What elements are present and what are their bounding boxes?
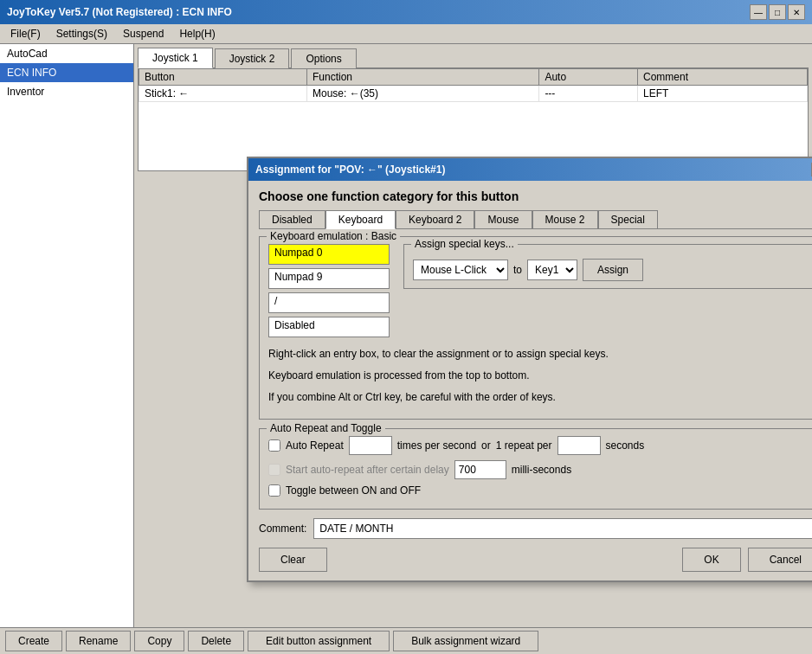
modal-right-buttons: OK Cancel bbox=[682, 548, 812, 572]
comment-input[interactable] bbox=[313, 518, 812, 539]
close-button[interactable]: ✕ bbox=[788, 4, 805, 20]
sidebar-item-ecninfo[interactable]: ECN INFO bbox=[0, 63, 133, 82]
assign-special-group: Assign special keys... Mouse L-Click Mou… bbox=[403, 244, 812, 289]
times-per-second-label: times per second bbox=[397, 439, 476, 452]
assign-from-select[interactable]: Mouse L-Click Mouse R-Click Mouse M-Clic… bbox=[413, 260, 508, 280]
cell-comment: LEFT bbox=[637, 86, 807, 102]
comment-row: Comment: bbox=[259, 518, 812, 539]
start-delay-label: Start auto-repeat after certain delay bbox=[286, 464, 449, 476]
modal-title-bar: Assignment for "POV: ←" (Joystick#1) ✕ bbox=[248, 158, 812, 181]
start-delay-row: Start auto-repeat after certain delay mi… bbox=[268, 460, 812, 479]
or-label: or bbox=[481, 439, 491, 452]
seconds-label: seconds bbox=[606, 439, 645, 452]
app-title: JoyToKey Ver5.7 (Not Registered) : ECN I… bbox=[7, 6, 232, 18]
main-layout: AutoCad ECN INFO Inventor Joystick 1 Joy… bbox=[0, 44, 812, 627]
assign-to-select[interactable]: Key1 Key2 Key3 bbox=[527, 260, 577, 280]
sidebar-item-inventor[interactable]: Inventor bbox=[0, 82, 133, 101]
start-delay-checkbox[interactable] bbox=[268, 464, 280, 476]
menu-suspend[interactable]: Suspend bbox=[116, 26, 171, 42]
kb-group-label: Keyboard emulation : Basic bbox=[267, 230, 400, 242]
menu-help[interactable]: Help(H) bbox=[172, 26, 222, 42]
cell-function: Mouse: ←(35) bbox=[307, 86, 539, 102]
info-line-1: Right-click an entry box, to clear the a… bbox=[268, 346, 812, 362]
minimize-button[interactable]: — bbox=[750, 4, 767, 20]
cell-auto: --- bbox=[539, 86, 638, 102]
bulk-wizard-button[interactable]: Bulk assignment wizard bbox=[393, 631, 538, 651]
tab-keyboard2[interactable]: Keyboard 2 bbox=[396, 210, 474, 228]
toggle-checkbox[interactable] bbox=[268, 484, 280, 497]
tab-keyboard[interactable]: Keyboard bbox=[325, 210, 396, 229]
info-line-2: Keyboard emulation is processed from the… bbox=[268, 368, 812, 384]
toggle-row: Toggle between ON and OFF bbox=[268, 484, 812, 497]
tab-mouse[interactable]: Mouse bbox=[474, 210, 532, 228]
title-bar: JoyToKey Ver5.7 (Not Registered) : ECN I… bbox=[0, 0, 812, 24]
content-area: Joystick 1 Joystick 2 Options Button Fun… bbox=[134, 44, 812, 627]
col-function: Function bbox=[307, 69, 539, 86]
menu-file[interactable]: File(F) bbox=[3, 26, 48, 42]
modal-title: Assignment for "POV: ←" (Joystick#1) bbox=[255, 164, 445, 176]
ok-button[interactable]: OK bbox=[682, 548, 740, 572]
delete-button[interactable]: Delete bbox=[188, 631, 244, 651]
kb-emul-layout: Numpad 0 Numpad 9 / Disabled Assign spec… bbox=[268, 244, 812, 337]
modal-body: Choose one function category for this bu… bbox=[248, 181, 812, 580]
auto-repeat-row: Auto Repeat times per second or 1 repeat… bbox=[268, 436, 812, 455]
title-bar-controls: — □ ✕ bbox=[750, 4, 805, 20]
clear-button[interactable]: Clear bbox=[259, 548, 327, 572]
modal-heading: Choose one function category for this bu… bbox=[259, 189, 812, 203]
kb-entry-1[interactable]: Numpad 9 bbox=[268, 268, 390, 289]
cancel-button[interactable]: Cancel bbox=[748, 548, 812, 572]
joystick-tab-bar: Joystick 1 Joystick 2 Options bbox=[138, 48, 809, 68]
col-button: Button bbox=[139, 69, 307, 86]
create-button[interactable]: Create bbox=[5, 631, 62, 651]
auto-repeat-label: Auto Repeat bbox=[286, 439, 344, 452]
maximize-button[interactable]: □ bbox=[769, 4, 786, 20]
kb-entry-2[interactable]: / bbox=[268, 292, 390, 313]
auto-repeat-checkbox[interactable] bbox=[268, 439, 280, 452]
sidebar-item-autocad[interactable]: AutoCad bbox=[0, 44, 133, 63]
sidebar: AutoCad ECN INFO Inventor bbox=[0, 44, 134, 627]
kb-entry-3[interactable]: Disabled bbox=[268, 317, 390, 337]
copy-button[interactable]: Copy bbox=[134, 631, 184, 651]
col-comment: Comment bbox=[637, 69, 807, 86]
milli-input[interactable] bbox=[454, 460, 506, 479]
tab-options[interactable]: Options bbox=[291, 48, 356, 68]
to-label: to bbox=[513, 264, 522, 276]
assignment-modal: Assignment for "POV: ←" (Joystick#1) ✕ C… bbox=[247, 157, 812, 582]
assign-row: Mouse L-Click Mouse R-Click Mouse M-Clic… bbox=[413, 259, 804, 281]
col-auto: Auto bbox=[539, 69, 638, 86]
seconds-input[interactable] bbox=[557, 436, 601, 455]
modal-actions: Clear OK Cancel bbox=[259, 548, 812, 572]
milli-label: milli-seconds bbox=[512, 464, 571, 476]
info-line-3: If you combine Alt or Ctrl key, be caref… bbox=[268, 389, 812, 406]
auto-repeat-group: Auto Repeat and Toggle Auto Repeat times… bbox=[259, 428, 812, 510]
repeat-per-label: 1 repeat per bbox=[496, 439, 552, 452]
rename-button[interactable]: Rename bbox=[66, 631, 131, 651]
tab-mouse2[interactable]: Mouse 2 bbox=[532, 210, 598, 228]
bottom-toolbar: Create Rename Copy Delete Edit button as… bbox=[0, 627, 812, 653]
function-tabs: Disabled Keyboard Keyboard 2 Mouse Mouse… bbox=[259, 210, 812, 229]
auto-repeat-group-label: Auto Repeat and Toggle bbox=[267, 422, 385, 434]
assign-special-label: Assign special keys... bbox=[411, 238, 518, 250]
comment-label: Comment: bbox=[259, 523, 306, 535]
menu-bar: File(F) Settings(S) Suspend Help(H) bbox=[0, 24, 812, 44]
assign-button[interactable]: Assign bbox=[583, 259, 643, 281]
tab-special[interactable]: Special bbox=[598, 210, 658, 228]
toggle-label: Toggle between ON and OFF bbox=[286, 484, 421, 497]
keyboard-emulation-group: Keyboard emulation : Basic Numpad 0 Nump… bbox=[259, 236, 812, 420]
menu-settings[interactable]: Settings(S) bbox=[49, 26, 114, 42]
kb-entries: Numpad 0 Numpad 9 / Disabled bbox=[268, 244, 390, 337]
times-per-second-input[interactable] bbox=[349, 436, 392, 455]
table-row[interactable]: Stick1: ← Mouse: ←(35) --- LEFT bbox=[139, 86, 808, 102]
cell-button: Stick1: ← bbox=[139, 86, 307, 102]
edit-assignment-button[interactable]: Edit button assignment bbox=[248, 631, 390, 651]
function-table: Button Function Auto Comment Stick1: ← M… bbox=[139, 68, 808, 102]
tab-joystick2[interactable]: Joystick 2 bbox=[215, 48, 290, 68]
kb-entry-0[interactable]: Numpad 0 bbox=[268, 244, 390, 265]
tab-joystick1[interactable]: Joystick 1 bbox=[138, 48, 213, 68]
function-table-wrapper: Button Function Auto Comment Stick1: ← M… bbox=[138, 67, 809, 171]
tab-disabled[interactable]: Disabled bbox=[259, 210, 325, 228]
